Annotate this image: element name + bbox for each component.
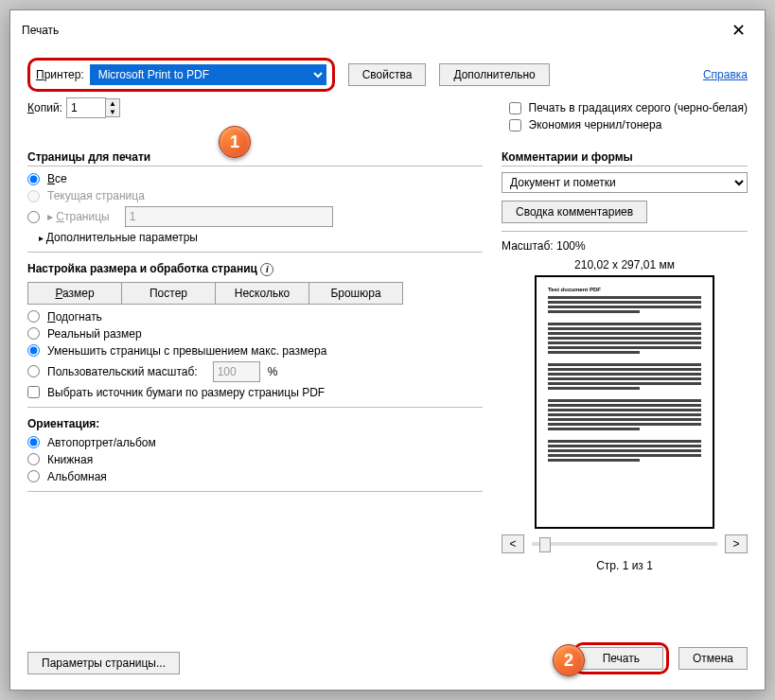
fit-label: Подогнать [47,310,102,324]
page-indicator: Стр. 1 из 1 [502,559,748,572]
mode-poster-button[interactable]: Постер [121,282,216,305]
preview-dimensions: 210,02 x 297,01 мм [502,258,748,271]
properties-button[interactable]: Свойства [348,63,427,86]
handling-mode-group: Размер Постер Несколько Брошюра [27,282,483,305]
pages-range-input [125,206,333,227]
save-ink-checkbox[interactable] [509,119,521,131]
shrink-label: Уменьшить страницы с превышением макс. р… [47,344,326,358]
pages-all-label: Все [47,172,67,185]
pages-all-radio[interactable] [27,173,40,185]
custom-unit: % [268,365,278,378]
copies-input[interactable] [66,97,106,118]
orient-portrait-label: Книжная [47,453,93,466]
advanced-button[interactable]: Дополнительно [439,63,549,86]
titlebar: Печать ✕ [10,10,765,50]
pages-range-radio[interactable] [27,211,40,223]
mode-multiple-button[interactable]: Несколько [215,282,309,305]
comments-section-title: Комментарии и формы [502,150,748,166]
handling-section-title: Настройка размера и обработка страниц i [27,262,483,276]
pages-current-radio [27,190,40,202]
actual-label: Реальный размер [47,327,142,341]
orientation-title: Ориентация: [27,417,483,430]
print-highlight: Печать [573,642,669,674]
spinner-up-icon[interactable]: ▲ [106,99,119,108]
step-badge-1: 1 [219,126,251,158]
prev-page-button[interactable]: < [502,534,524,553]
help-link[interactable]: Справка [703,68,748,81]
grayscale-label: Печать в градациях серого (черно-белая) [529,101,748,114]
pages-range-label: ▸ Страницы [47,210,110,223]
actual-radio[interactable] [27,327,40,340]
pages-more-toggle[interactable]: Дополнительные параметры [39,231,483,244]
printer-select[interactable]: Microsoft Print to PDF [90,64,326,85]
orient-landscape-radio[interactable] [27,470,40,482]
orient-auto-radio[interactable] [27,436,40,448]
step-badge-2: 2 [553,644,585,676]
copies-spinner[interactable]: ▲▼ [66,97,120,118]
copies-label: Копий: [27,101,62,114]
mode-size-button[interactable]: Размер [27,282,122,305]
printer-highlight: Принтер: Microsoft Print to PDF [27,58,335,92]
paper-source-checkbox[interactable] [27,386,40,398]
dialog-title: Печать [22,24,59,37]
print-dialog: Печать ✕ Принтер: Microsoft Print to PDF… [9,9,766,691]
custom-scale-input [213,361,260,382]
printer-label: Принтер: [36,68,84,81]
pages-current-label: Текущая страница [47,189,145,202]
comments-select[interactable]: Документ и пометки [502,172,748,193]
next-page-button[interactable]: > [725,534,748,553]
info-icon[interactable]: i [260,263,273,276]
fit-radio[interactable] [27,310,40,323]
preview-slider[interactable] [532,542,717,546]
preview-page: Test document PDF [535,275,714,529]
custom-label: Пользовательский масштаб: [47,365,198,378]
mode-booklet-button[interactable]: Брошюра [308,282,403,305]
grayscale-checkbox[interactable] [509,102,521,114]
orient-landscape-label: Альбомная [47,470,107,483]
spinner-down-icon[interactable]: ▼ [106,108,119,116]
comments-summary-button[interactable]: Сводка комментариев [502,201,647,223]
pages-section-title: Страницы для печати [27,150,483,166]
preview-scale: Масштаб: 100% [502,239,748,253]
save-ink-label: Экономия чернил/тонера [529,118,662,131]
custom-radio[interactable] [27,365,40,377]
close-icon[interactable]: ✕ [724,18,753,43]
paper-source-label: Выбрать источник бумаги по размеру стран… [47,386,325,399]
orient-portrait-radio[interactable] [27,453,40,465]
shrink-radio[interactable] [27,344,40,357]
print-button[interactable]: Печать [579,647,663,670]
page-setup-button[interactable]: Параметры страницы... [27,652,180,674]
orient-auto-label: Автопортрет/альбом [47,436,156,449]
cancel-button[interactable]: Отмена [678,647,748,670]
